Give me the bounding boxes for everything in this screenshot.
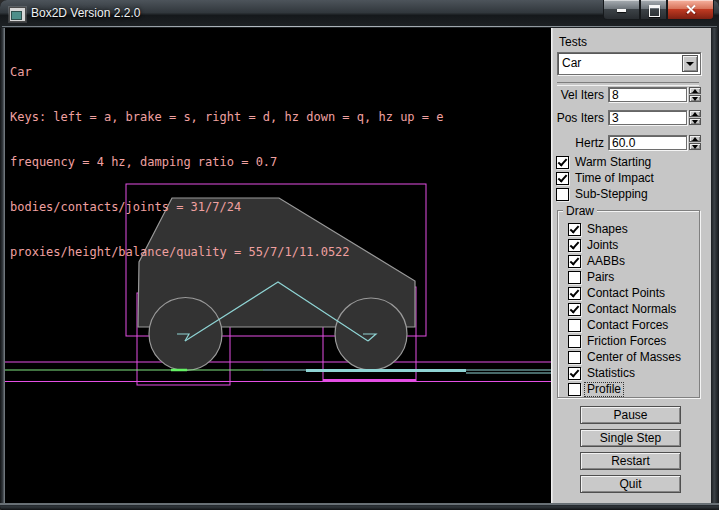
pause-button[interactable]: Pause	[580, 406, 681, 424]
hertz-input[interactable]	[608, 135, 687, 150]
checkbox-label: Friction Forces	[585, 335, 668, 348]
maximize-icon	[649, 5, 660, 17]
vel-iters-label: Vel Iters	[552, 88, 604, 102]
simulation-canvas[interactable]: Car Keys: left = a, brake = s, right = d…	[5, 28, 551, 503]
close-icon	[685, 4, 696, 15]
stats-line-title: Car	[10, 65, 443, 80]
window-frame-bottom	[0, 503, 719, 510]
hertz-down-button[interactable]	[689, 143, 701, 150]
debug-text-overlay: Car Keys: left = a, brake = s, right = d…	[10, 35, 443, 290]
app-icon[interactable]	[9, 7, 26, 22]
checkbox-box[interactable]	[568, 335, 581, 348]
hertz-up-button[interactable]	[689, 135, 701, 142]
arrow-down-icon	[692, 145, 698, 149]
chevron-down-icon	[686, 62, 694, 66]
checkbox-label: AABBs	[585, 255, 627, 268]
stats-line-proxies: proxies/height/balance/quality = 55/7/1/…	[10, 245, 443, 260]
arrow-up-icon	[692, 112, 698, 116]
pos-iters-up-button[interactable]	[689, 110, 701, 117]
checkbox-box[interactable]	[568, 319, 581, 332]
close-button[interactable]	[667, 0, 714, 20]
app-icon-inner	[11, 11, 22, 20]
checkbox-box[interactable]	[568, 367, 581, 380]
vel-iters-down-button[interactable]	[689, 95, 701, 102]
pos-iters-down-button[interactable]	[689, 118, 701, 125]
vel-iters-spinner	[689, 87, 701, 103]
maximize-button[interactable]	[640, 0, 667, 20]
checkbox-label: Joints	[585, 239, 620, 252]
checkbox-label: Center of Masses	[585, 351, 683, 364]
arrow-down-icon	[692, 120, 698, 124]
checkbox-box[interactable]	[568, 383, 581, 396]
checkbox-box[interactable]	[556, 156, 569, 169]
titlebar[interactable]: Box2D Version 2.2.0	[0, 0, 719, 28]
window-frame-left	[0, 28, 5, 503]
pos-iters-spinner	[689, 110, 701, 126]
checkbox-label: Warm Starting	[573, 156, 653, 169]
quit-button[interactable]: Quit	[580, 475, 681, 493]
tests-dropdown-value: Car	[562, 56, 581, 70]
window-title: Box2D Version 2.2.0	[31, 6, 140, 20]
checkbox-box[interactable]	[568, 351, 581, 364]
draw-group-title: Draw	[563, 204, 597, 218]
hertz-spinner	[689, 135, 701, 151]
checkbox-box[interactable]	[568, 255, 581, 268]
checkbox-label: Contact Normals	[585, 303, 678, 316]
tests-label: Tests	[559, 35, 587, 49]
checkbox-label: Statistics	[585, 367, 637, 380]
draw-group: Draw Shapes Joints AABBs Pairs	[557, 210, 700, 398]
client-area: Car Keys: left = a, brake = s, right = d…	[5, 28, 711, 503]
frame-highlight	[2, 26, 717, 27]
separator	[557, 82, 699, 86]
minimize-icon	[617, 9, 626, 12]
minimize-button[interactable]	[603, 0, 640, 20]
checkbox-label: Sub-Stepping	[573, 188, 650, 201]
window-controls	[603, 0, 714, 19]
checkbox-label: Contact Points	[585, 287, 667, 300]
checkbox-label: Time of Impact	[573, 172, 656, 185]
checkbox-box[interactable]	[568, 239, 581, 252]
vel-iters-up-button[interactable]	[689, 87, 701, 94]
stats-line-keys: Keys: left = a, brake = s, right = d, hz…	[10, 110, 443, 125]
stats-line-frequency: frequency = 4 hz, damping ratio = 0.7	[10, 155, 443, 170]
checkbox-box[interactable]	[568, 303, 581, 316]
pos-iters-label: Pos Iters	[552, 111, 604, 125]
single-step-button[interactable]: Single Step	[580, 429, 681, 447]
hertz-label: Hertz	[552, 136, 604, 150]
checkbox-box[interactable]	[568, 271, 581, 284]
checkbox-label: Pairs	[585, 271, 616, 284]
window-frame-right	[711, 28, 719, 510]
tests-dropdown[interactable]: Car	[557, 52, 701, 75]
arrow-up-icon	[692, 89, 698, 93]
checkbox-label: Contact Forces	[585, 319, 670, 332]
app-window: Box2D Version 2.2.0	[0, 0, 719, 510]
control-panel: Tests Car Vel Iters Pos Iters	[551, 28, 712, 503]
restart-button[interactable]: Restart	[580, 452, 681, 470]
arrow-down-icon	[692, 97, 698, 101]
checkbox-box[interactable]	[568, 223, 581, 236]
checkbox-box[interactable]	[556, 188, 569, 201]
checkbox-box[interactable]	[556, 172, 569, 185]
checkbox-label: Profile	[585, 383, 623, 396]
stats-line-bodies: bodies/contacts/joints = 31/7/24	[10, 200, 443, 215]
checkbox-label: Shapes	[585, 223, 630, 236]
arrow-up-icon	[692, 137, 698, 141]
tests-dropdown-arrow-button[interactable]	[682, 55, 698, 72]
vel-iters-input[interactable]	[608, 87, 687, 102]
pos-iters-input[interactable]	[608, 110, 687, 125]
checkbox-box[interactable]	[568, 287, 581, 300]
